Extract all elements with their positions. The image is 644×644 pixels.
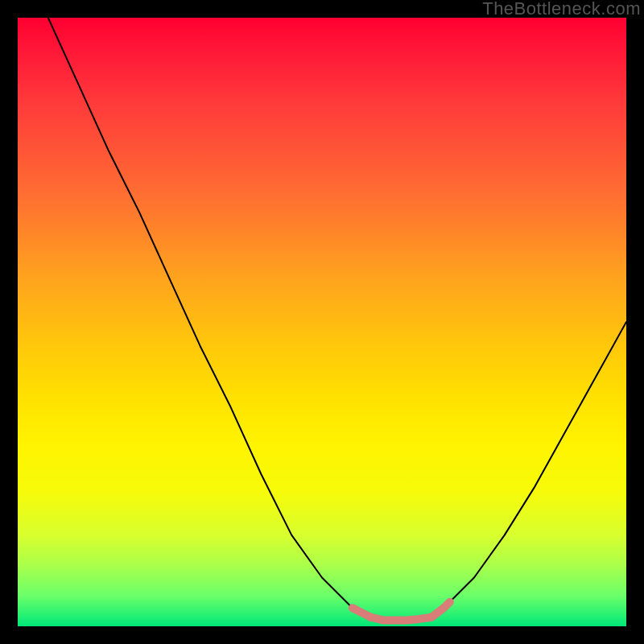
chart-container: TheBottleneck.com <box>0 0 644 644</box>
plot-area <box>18 18 626 626</box>
valley-floor-highlight <box>371 617 432 621</box>
watermark-text: TheBottleneck.com <box>482 0 641 18</box>
curve-layer <box>18 18 626 626</box>
right-slope-highlight <box>431 602 450 617</box>
bottleneck-curve <box>48 18 626 620</box>
